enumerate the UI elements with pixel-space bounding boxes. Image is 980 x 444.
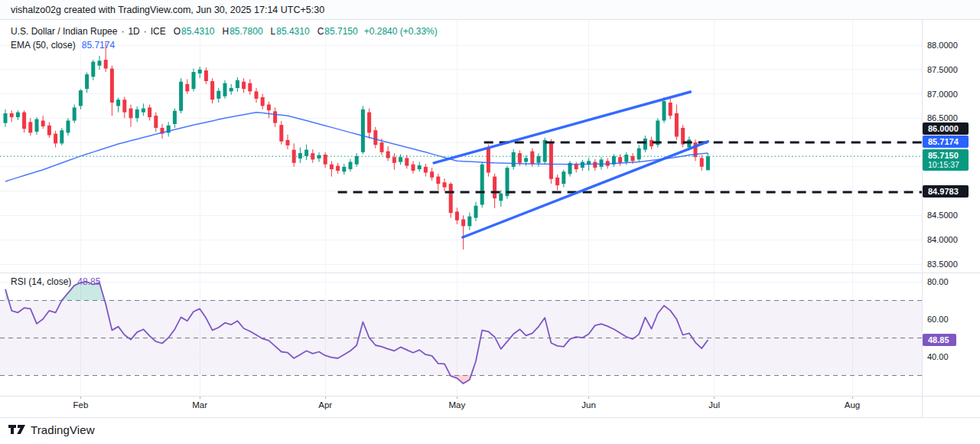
price-tick-label: 88.0000 [927, 41, 958, 50]
price-badge-time: 10:15:37 [928, 160, 969, 169]
open-key: O [174, 26, 181, 37]
chart-canvas[interactable] [0, 0, 980, 444]
rsi-legend[interactable]: RSI (14, close) 48.85 [11, 276, 100, 287]
rsi-badge: 48.85 [923, 334, 956, 346]
time-tick-label: Feb [73, 400, 88, 410]
close-value: 85.7150 [324, 26, 357, 37]
open-value: 85.4310 [181, 26, 214, 37]
time-tick-label: Jul [708, 400, 720, 410]
price-badge: 86.0000 [923, 122, 969, 135]
rsi-tick-label: 80.00 [927, 277, 949, 286]
time-tick-label: Jun [581, 400, 596, 410]
tradingview-brand-text: TradingView [31, 423, 95, 436]
tradingview-logo-icon [8, 422, 26, 437]
close-key: C [317, 26, 324, 37]
price-badge: 85.715010:15:37 [923, 149, 969, 171]
time-axis-separator [0, 396, 980, 397]
time-tick-label: Mar [192, 400, 207, 410]
tradingview-footer[interactable]: TradingView [8, 422, 95, 437]
chart-bottom-border [0, 417, 980, 418]
legend-separator: · [121, 26, 124, 37]
rsi-value: 48.85 [77, 276, 100, 287]
high-key: H [223, 26, 230, 37]
price-tick-label: 83.5000 [927, 260, 958, 269]
price-tick-label: 86.5000 [927, 113, 958, 122]
price-tick-label: 87.0000 [927, 90, 958, 99]
price-tick-label: 87.5000 [927, 65, 958, 74]
time-tick-label: May [449, 400, 466, 410]
high-value: 85.7800 [230, 26, 262, 37]
low-key: L [271, 26, 276, 37]
ema-value: 85.7174 [82, 40, 115, 51]
watermark-text: vishalzo02g created with TradingView.com… [11, 5, 324, 15]
price-scale-border [922, 20, 923, 417]
rsi-tick-label: 40.00 [927, 352, 949, 361]
pane-separator[interactable] [0, 273, 980, 273]
exchange-label: ICE [151, 26, 166, 37]
time-tick-label: Aug [845, 400, 860, 410]
snapshot-top-bar: vishalzo02g created with TradingView.com… [0, 0, 980, 20]
time-tick-label: Apr [318, 400, 332, 410]
interval-label[interactable]: 1D [128, 26, 139, 37]
price-tick-label: 84.0000 [927, 235, 958, 244]
price-tick-label: 84.5000 [927, 211, 958, 220]
symbol-title[interactable]: U.S. Dollar / Indian Rupee [11, 26, 117, 37]
rsi-label[interactable]: RSI (14, close) [11, 276, 71, 287]
symbol-legend[interactable]: U.S. Dollar / Indian Rupee · 1D · ICE O … [11, 26, 438, 37]
low-value: 85.4310 [276, 26, 309, 37]
price-badge: 84.9783 [923, 185, 969, 198]
change-value: +0.2840 (+0.33%) [364, 26, 438, 37]
ema-legend[interactable]: EMA (50, close) 85.7174 [11, 40, 115, 51]
legend-separator: · [144, 26, 147, 37]
rsi-tick-label: 60.00 [927, 315, 949, 324]
ema-label[interactable]: EMA (50, close) [11, 40, 76, 51]
price-badge: 85.7174 [923, 135, 969, 148]
